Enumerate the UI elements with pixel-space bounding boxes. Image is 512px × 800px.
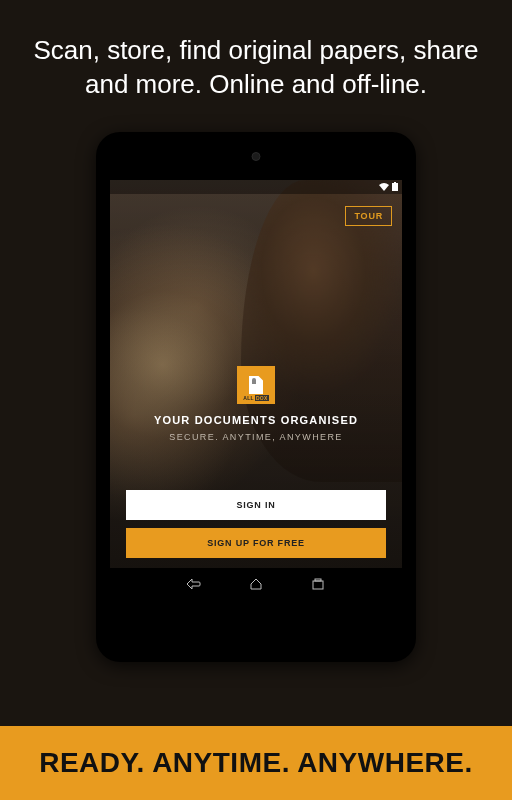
battery-icon [392, 182, 398, 191]
logo-text-b: DOX [255, 395, 269, 401]
wifi-icon [379, 183, 389, 191]
app-content: TOUR ALLDOX YOUR DOCUMENTS ORGANISED SEC… [110, 194, 402, 568]
tour-button[interactable]: TOUR [345, 206, 392, 226]
sign-in-button[interactable]: SIGN IN [126, 490, 386, 520]
welcome-block: ALLDOX YOUR DOCUMENTS ORGANISED SECURE. … [110, 366, 402, 442]
back-icon[interactable] [184, 574, 204, 594]
auth-button-stack: SIGN IN SIGN UP FOR FREE [110, 490, 402, 568]
svg-rect-0 [392, 183, 398, 191]
app-subline: SECURE. ANYTIME, ANYWHERE [122, 432, 390, 442]
hero-headline: Scan, store, find original papers, share… [0, 0, 512, 128]
logo-text-a: ALL [243, 395, 254, 401]
android-navbar [110, 568, 402, 600]
sign-up-button[interactable]: SIGN UP FOR FREE [126, 528, 386, 558]
android-statusbar [110, 180, 402, 194]
svg-rect-2 [313, 581, 323, 589]
logo-wordmark: ALLDOX [237, 395, 275, 401]
tablet-screen: TOUR ALLDOX YOUR DOCUMENTS ORGANISED SEC… [110, 180, 402, 600]
footer-banner: READY. ANYTIME. ANYWHERE. [0, 726, 512, 800]
app-logo: ALLDOX [237, 366, 275, 404]
svg-rect-1 [394, 182, 396, 183]
home-icon[interactable] [246, 574, 266, 594]
recents-icon[interactable] [308, 574, 328, 594]
tablet-frame: TOUR ALLDOX YOUR DOCUMENTS ORGANISED SEC… [96, 132, 416, 662]
device-area: TOUR ALLDOX YOUR DOCUMENTS ORGANISED SEC… [0, 128, 512, 726]
svg-rect-3 [315, 579, 321, 581]
tablet-camera [252, 152, 261, 161]
app-headline: YOUR DOCUMENTS ORGANISED [122, 414, 390, 426]
document-icon [249, 376, 263, 394]
footer-tagline: READY. ANYTIME. ANYWHERE. [39, 747, 473, 779]
